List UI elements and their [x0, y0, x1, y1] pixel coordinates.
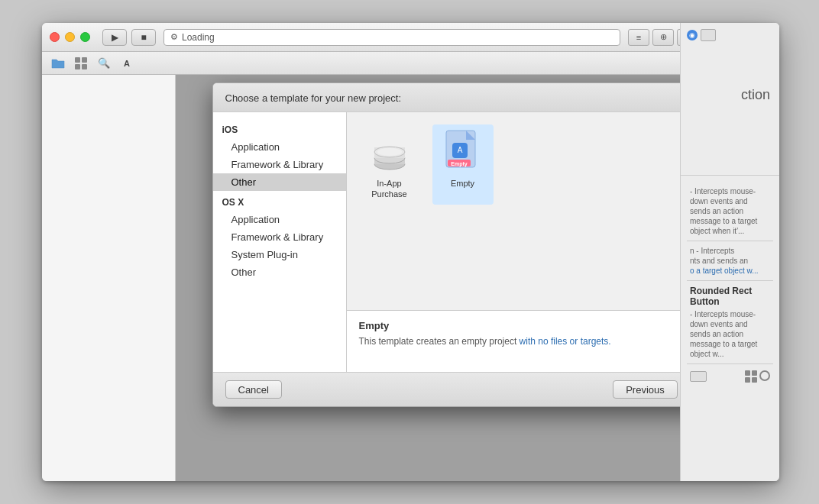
- close-button[interactable]: [50, 32, 60, 42]
- template-dialog: Choose a template for your new project: …: [212, 82, 743, 407]
- search-icon-btn[interactable]: 🔍: [94, 55, 114, 72]
- traffic-lights: [50, 32, 90, 42]
- panel-section-label: ction: [687, 87, 773, 103]
- right-panel-bottom: - Intercepts mouse-down events and sends…: [681, 176, 779, 392]
- sidebar-item-osx-framework[interactable]: Framework & Library: [213, 228, 346, 246]
- main-window: ▶ ■ ⚙ Loading ≡ ⊕ ← ▣ ▤ ▥ 🔍: [42, 23, 779, 481]
- grid-icon: [75, 57, 87, 69]
- sidebar-item-osx-plugin[interactable]: System Plug-in: [213, 246, 346, 263]
- template-icon-empty: A Empty: [440, 129, 486, 175]
- iap-disc-icon: [370, 132, 410, 172]
- maximize-button[interactable]: [80, 32, 90, 42]
- svg-text:A: A: [457, 146, 462, 154]
- playback-controls: ▶ ■: [102, 29, 156, 46]
- svg-point-5: [377, 148, 402, 156]
- dialog-sidebar: iOS Application Framework & Library Othe…: [213, 112, 347, 372]
- dialog-title: Choose a template for your new project:: [213, 83, 743, 112]
- dialog-footer: Cancel Previous Next: [213, 372, 743, 406]
- panel-icon-row: ◉: [687, 29, 773, 41]
- right-panel-top: ◉ ction: [681, 23, 779, 176]
- panel-item-title: Rounded Rect Button: [690, 286, 770, 307]
- folder-icon-btn[interactable]: [48, 55, 68, 72]
- stop-button[interactable]: ■: [131, 29, 156, 46]
- panel-section-2: n - Interceptsnts and sends an o a targe…: [687, 241, 773, 281]
- sidebar-item-ios-application[interactable]: Application: [213, 138, 346, 156]
- empty-template-icon: A Empty: [443, 129, 483, 175]
- template-label-empty: Empty: [451, 178, 474, 189]
- right-panel: ◉ ction - Intercepts mouse-down events a…: [680, 23, 779, 481]
- template-icon-iap: [367, 129, 413, 175]
- sidebar-item-ios-framework[interactable]: Framework & Library: [213, 156, 346, 173]
- description-text: This template creates an empty project w…: [359, 334, 730, 348]
- panel-desc-2: n - Interceptsnts and sends an o a targe…: [690, 246, 770, 276]
- dialog-title-text: Choose a template for your new project:: [225, 92, 402, 104]
- left-sidebar: [42, 75, 176, 481]
- description-link: with no files or targets.: [520, 336, 611, 347]
- panel-item-desc: - Intercepts mouse-down events and sends…: [690, 309, 770, 359]
- link-icon-btn[interactable]: ⊕: [652, 29, 674, 46]
- panel-section-3: Rounded Rect Button - Intercepts mouse-d…: [687, 281, 773, 364]
- template-item-iap[interactable]: In-App Purchase: [359, 124, 420, 205]
- previous-button[interactable]: Previous: [613, 380, 678, 399]
- panel-rect-icon: [701, 29, 716, 41]
- panel-desc-1: - Intercepts mouse-down events and sends…: [690, 186, 770, 236]
- panel-small-rect: [690, 371, 707, 382]
- panel-circle-btn: [759, 370, 770, 381]
- panel-circle-icon: ◉: [687, 30, 698, 40]
- cancel-button[interactable]: Cancel: [225, 380, 282, 399]
- play-button[interactable]: ▶: [102, 29, 127, 46]
- secondary-toolbar: 🔍 A: [42, 52, 779, 75]
- align-icon-btn[interactable]: ≡: [628, 29, 649, 46]
- grid-icon-btn[interactable]: [71, 55, 91, 72]
- sidebar-item-osx-application[interactable]: Application: [213, 211, 346, 228]
- content-area: Choose a template for your new project: …: [42, 75, 779, 481]
- template-label-iap: In-App Purchase: [364, 178, 416, 200]
- template-item-empty[interactable]: A Empty Empty: [432, 124, 494, 205]
- panel-section-1: - Intercepts mouse-down events and sends…: [687, 182, 773, 241]
- text-icon-btn[interactable]: A: [117, 55, 137, 72]
- svg-text:Empty: Empty: [451, 161, 468, 167]
- dialog-body: iOS Application Framework & Library Othe…: [213, 112, 743, 372]
- panel-grid-icon: [745, 370, 757, 383]
- address-bar: ⚙ Loading: [163, 29, 620, 46]
- address-text: Loading: [182, 32, 215, 43]
- osx-section-header: OS X: [213, 194, 346, 211]
- ios-section-header: iOS: [213, 121, 346, 138]
- sidebar-item-osx-other[interactable]: Other: [213, 263, 346, 281]
- sidebar-item-ios-other[interactable]: Other: [213, 173, 346, 191]
- panel-icons-row: [745, 370, 770, 383]
- minimize-button[interactable]: [65, 32, 75, 42]
- titlebar: ▶ ■ ⚙ Loading ≡ ⊕ ← ▣ ▤ ▥: [42, 23, 779, 52]
- panel-bottom-controls: [687, 367, 773, 386]
- description-title: Empty: [359, 320, 730, 331]
- panel-desc-highlight: o a target object w...: [690, 267, 759, 275]
